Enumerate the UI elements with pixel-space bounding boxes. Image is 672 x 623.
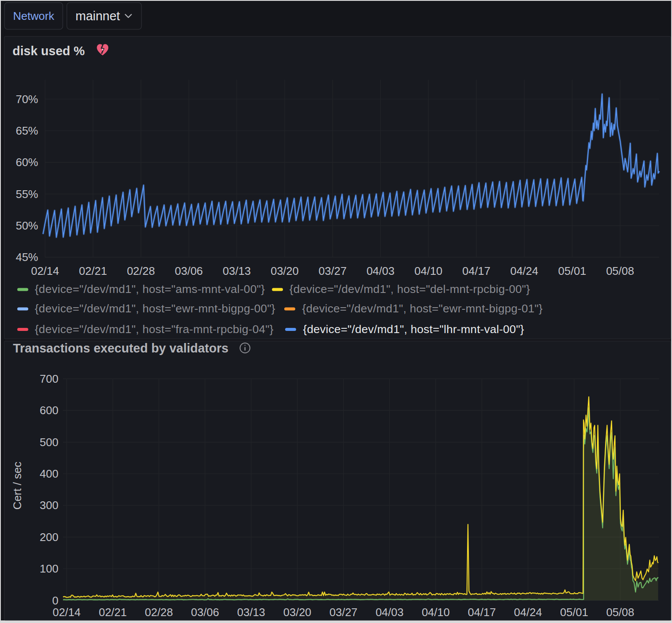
svg-text:03/27: 03/27 — [330, 606, 358, 619]
svg-text:50%: 50% — [16, 219, 38, 232]
svg-text:05/08: 05/08 — [606, 264, 634, 277]
svg-text:03/27: 03/27 — [319, 264, 347, 277]
svg-text:600: 600 — [40, 404, 58, 417]
svg-text:03/20: 03/20 — [270, 264, 298, 277]
svg-text:04/17: 04/17 — [468, 606, 496, 619]
svg-text:02/14: 02/14 — [53, 606, 81, 619]
svg-text:02/21: 02/21 — [79, 264, 107, 277]
svg-text:02/21: 02/21 — [99, 606, 127, 619]
svg-text:{device="/dev/md1", host="ams-: {device="/dev/md1", host="ams-mnt-val-00… — [35, 283, 265, 296]
svg-text:{device="/dev/md1", host="ewr-: {device="/dev/md1", host="ewr-mnt-bigpg-… — [35, 302, 276, 315]
svg-text:04/24: 04/24 — [510, 264, 538, 277]
svg-text:mainnet: mainnet — [75, 9, 120, 23]
svg-text:02/14: 02/14 — [31, 264, 59, 277]
svg-text:Cert / sec: Cert / sec — [11, 462, 24, 510]
svg-text:500: 500 — [40, 436, 58, 449]
svg-text:03/06: 03/06 — [191, 606, 219, 619]
svg-text:05/08: 05/08 — [606, 606, 634, 619]
svg-text:60%: 60% — [16, 156, 38, 169]
svg-text:70%: 70% — [16, 93, 38, 106]
svg-text:04/10: 04/10 — [415, 264, 443, 277]
svg-text:04/24: 04/24 — [514, 606, 542, 619]
svg-text:03/20: 03/20 — [283, 606, 311, 619]
svg-text:55%: 55% — [16, 188, 38, 201]
svg-text:02/28: 02/28 — [127, 264, 155, 277]
svg-text:04/03: 04/03 — [367, 264, 395, 277]
svg-text:700: 700 — [40, 372, 58, 385]
svg-text:Network: Network — [13, 9, 54, 22]
svg-text:Transactions executed by valid: Transactions executed by validators — [13, 341, 229, 355]
svg-text:65%: 65% — [16, 124, 38, 137]
svg-text:04/03: 04/03 — [376, 606, 404, 619]
svg-text:200: 200 — [40, 531, 58, 544]
svg-text:45%: 45% — [16, 251, 38, 264]
svg-text:04/17: 04/17 — [462, 264, 490, 277]
svg-text:0: 0 — [52, 594, 58, 607]
svg-text:03/06: 03/06 — [175, 264, 203, 277]
svg-text:100: 100 — [40, 562, 58, 575]
svg-text:03/13: 03/13 — [237, 606, 265, 619]
svg-text:400: 400 — [40, 467, 58, 480]
svg-text:02/28: 02/28 — [145, 606, 173, 619]
svg-text:disk used %: disk used % — [13, 44, 85, 58]
svg-text:{device="/dev/md1", host="ewr-: {device="/dev/md1", host="ewr-mnt-bigpg-… — [302, 302, 543, 315]
svg-text:05/01: 05/01 — [560, 606, 588, 619]
svg-text:{device="/dev/md1", host="fra-: {device="/dev/md1", host="fra-mnt-rpcbig… — [35, 323, 273, 336]
svg-text:{device="/dev/md1", host="lhr-: {device="/dev/md1", host="lhr-mnt-val-00… — [303, 323, 524, 336]
svg-text:04/10: 04/10 — [422, 606, 450, 619]
svg-text:03/13: 03/13 — [223, 264, 251, 277]
svg-text:{device="/dev/md1", host="del-: {device="/dev/md1", host="del-mnt-rpcbig… — [289, 283, 530, 296]
svg-text:05/01: 05/01 — [558, 264, 586, 277]
svg-text:300: 300 — [40, 499, 58, 512]
